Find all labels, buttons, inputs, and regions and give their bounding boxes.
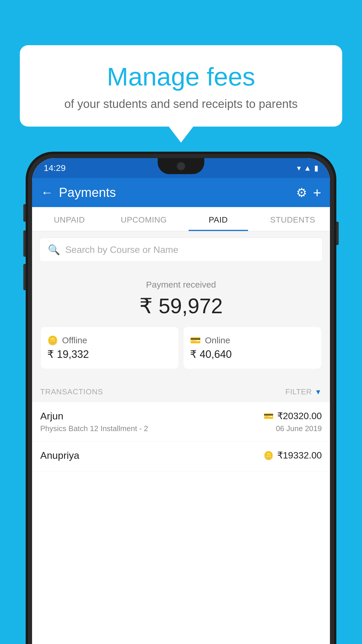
transaction-row-top-2: Anupriya 🪙 ₹19332.00 [40, 450, 322, 461]
transaction-row-bottom: Physics Batch 12 Installment - 2 06 June… [40, 424, 322, 433]
transaction-amount: ₹20320.00 [277, 410, 322, 421]
transaction-amount-2: ₹19332.00 [277, 450, 322, 461]
online-payment-icon: 💳 [263, 411, 274, 421]
online-icon: 💳 [190, 335, 201, 345]
transaction-amount-wrap: 💳 ₹20320.00 [263, 410, 322, 421]
volume-up-button [23, 230, 26, 257]
payment-received-section: Payment received ₹ 59,972 🪙 Offline ₹ 19… [32, 268, 330, 380]
speech-bubble-title: Manage fees [34, 63, 328, 91]
back-button[interactable]: ← [41, 186, 53, 200]
battery-icon: ▮ [314, 164, 318, 173]
tabs-bar: UNPAID UPCOMING PAID STUDENTS [32, 207, 330, 231]
status-icons: ▾ ▲ ▮ [297, 164, 318, 173]
payment-total-amount: ₹ 59,972 [41, 294, 321, 318]
filter-icon: ▼ [315, 388, 322, 396]
transaction-name-2: Anupriya [40, 450, 79, 461]
search-box[interactable]: 🔍 Search by Course or Name [39, 238, 323, 262]
transaction-row-top: Arjun 💳 ₹20320.00 [40, 410, 322, 422]
status-time: 14:29 [44, 163, 66, 173]
transaction-name: Arjun [40, 410, 63, 422]
offline-payment-card: 🪙 Offline ₹ 19,332 [41, 327, 178, 369]
speech-bubble-container: Manage fees of your students and send re… [20, 45, 342, 143]
page-title: Payments [59, 185, 290, 200]
transactions-header: TRANSACTIONS FILTER ▼ [32, 380, 330, 402]
offline-label: Offline [62, 335, 87, 345]
tab-students[interactable]: STUDENTS [256, 207, 330, 231]
status-bar: 14:29 ▾ ▲ ▮ [32, 158, 330, 178]
payment-received-label: Payment received [41, 280, 321, 290]
online-payment-card: 💳 Online ₹ 40,640 [184, 327, 321, 369]
tab-upcoming[interactable]: UPCOMING [107, 207, 181, 231]
online-label: Online [205, 335, 230, 345]
table-row[interactable]: Arjun 💳 ₹20320.00 Physics Batch 12 Insta… [32, 402, 330, 442]
camera [177, 162, 185, 170]
search-container: 🔍 Search by Course or Name [32, 231, 330, 268]
phone-notch [158, 158, 204, 174]
speech-bubble-subtitle: of your students and send receipts to pa… [34, 97, 328, 111]
offline-icon: 🪙 [47, 335, 58, 345]
search-icon: 🔍 [48, 244, 60, 256]
tab-unpaid[interactable]: UNPAID [32, 207, 107, 231]
transaction-amount-wrap-2: 🪙 ₹19332.00 [263, 450, 322, 461]
signal-icon: ▲ [304, 164, 311, 173]
filter-button[interactable]: FILTER ▼ [285, 387, 322, 396]
offline-card-header: 🪙 Offline [47, 335, 172, 345]
online-card-header: 💳 Online [190, 335, 315, 345]
transaction-course: Physics Batch 12 Installment - 2 [40, 424, 148, 433]
filter-label: FILTER [285, 387, 312, 396]
power-button [336, 222, 339, 245]
phone-inner: 14:29 ▾ ▲ ▮ ← Payments ⚙ + U [28, 154, 334, 644]
offline-amount: ₹ 19,332 [47, 348, 172, 360]
wifi-icon: ▾ [297, 164, 301, 173]
offline-payment-icon: 🪙 [263, 451, 274, 460]
table-row[interactable]: Anupriya 🪙 ₹19332.00 [32, 442, 330, 472]
tab-paid[interactable]: PAID [181, 207, 256, 231]
phone-frame: 14:29 ▾ ▲ ▮ ← Payments ⚙ + U [26, 152, 336, 644]
search-input[interactable]: Search by Course or Name [65, 244, 178, 255]
add-button[interactable]: + [313, 185, 321, 201]
settings-icon[interactable]: ⚙ [296, 186, 307, 200]
silent-button [23, 204, 26, 222]
phone-screen: 14:29 ▾ ▲ ▮ ← Payments ⚙ + U [32, 158, 330, 644]
online-amount: ₹ 40,640 [190, 348, 315, 360]
volume-down-button [23, 264, 26, 290]
transactions-label: TRANSACTIONS [40, 387, 103, 396]
speech-bubble: Manage fees of your students and send re… [20, 45, 342, 127]
app-header: ← Payments ⚙ + [32, 178, 330, 207]
speech-bubble-arrow [169, 127, 193, 143]
transaction-date: 06 June 2019 [276, 424, 322, 433]
payment-cards: 🪙 Offline ₹ 19,332 💳 Online ₹ 40,640 [41, 327, 321, 369]
